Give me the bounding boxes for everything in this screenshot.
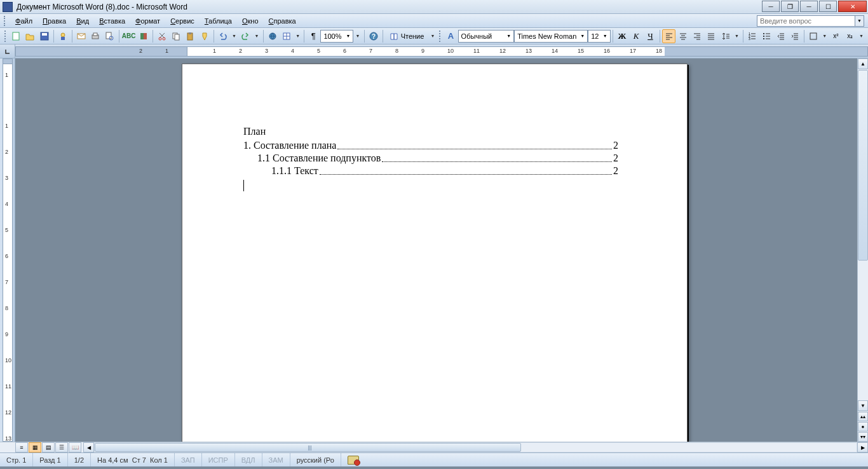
scroll-left-button[interactable]: ◀ xyxy=(83,442,94,452)
new-doc-button[interactable] xyxy=(10,29,22,43)
scroll-thumb[interactable] xyxy=(858,70,868,261)
show-formatting-button[interactable]: ¶ xyxy=(307,29,320,43)
align-right-button[interactable] xyxy=(691,29,703,43)
reading-mode-button[interactable]: Чтение xyxy=(385,29,429,43)
redo-dropdown[interactable]: ▼ xyxy=(253,29,260,43)
close-button[interactable]: ✕ xyxy=(838,1,867,12)
font-combo[interactable]: Times New Roman▼ xyxy=(514,30,588,43)
borders-dropdown[interactable]: ▼ xyxy=(821,29,828,43)
decrease-indent-button[interactable] xyxy=(774,29,787,43)
menu-insert[interactable]: Вставка xyxy=(94,16,130,26)
open-button[interactable] xyxy=(24,29,36,43)
toolbar-grip[interactable] xyxy=(4,31,7,42)
cut-button[interactable] xyxy=(156,29,168,43)
normal-view-button[interactable]: ≡ xyxy=(15,442,28,452)
menu-edit[interactable]: Правка xyxy=(37,16,71,26)
print-layout-button[interactable]: ▦ xyxy=(29,442,41,452)
status-trk[interactable]: ИСПР xyxy=(202,453,235,466)
subscript-button[interactable]: x₂ xyxy=(844,29,857,43)
tables-borders-button[interactable] xyxy=(280,29,293,43)
align-center-button[interactable] xyxy=(677,29,689,43)
email-button[interactable] xyxy=(75,29,88,43)
status-ext[interactable]: ВДЛ xyxy=(235,453,262,466)
status-spellcheck-icon[interactable] xyxy=(341,453,365,466)
status-position[interactable]: На 4,4 см Ст 7 Кол 1 xyxy=(91,453,175,466)
print-preview-button[interactable] xyxy=(103,29,116,43)
web-layout-button[interactable]: ▤ xyxy=(42,442,55,452)
toolbar-options[interactable]: ▼ xyxy=(429,29,436,43)
status-language[interactable]: русский (Ро xyxy=(290,453,341,466)
vertical-ruler[interactable]: 112345678910111213 xyxy=(0,58,15,442)
line-spacing-button[interactable] xyxy=(719,29,732,43)
page-content[interactable]: План 1. Составление плана 2 1.1 Составле… xyxy=(182,64,687,194)
menu-table[interactable]: Таблица xyxy=(200,16,237,26)
outline-view-button[interactable]: ☰ xyxy=(55,442,68,452)
prev-page-button[interactable]: ▴▴ xyxy=(858,412,868,421)
line-spacing-dropdown[interactable]: ▼ xyxy=(733,29,740,43)
format-painter-button[interactable] xyxy=(198,29,211,43)
menu-format[interactable]: Формат xyxy=(130,16,165,26)
horizontal-scrollbar[interactable]: ◀ ▶ xyxy=(83,442,868,452)
research-button[interactable] xyxy=(137,29,150,43)
scroll-right-button[interactable]: ▶ xyxy=(857,442,868,452)
copy-button[interactable] xyxy=(170,29,182,43)
menu-file[interactable]: Файл xyxy=(10,16,37,26)
print-button[interactable] xyxy=(89,29,102,43)
vertical-scrollbar[interactable]: ▲ ▼ ▴▴ ● ▾▾ xyxy=(857,58,868,442)
status-rec[interactable]: ЗАП xyxy=(175,453,202,466)
restore-button[interactable]: ❐ xyxy=(781,1,799,12)
maximize-button[interactable]: ☐ xyxy=(819,1,837,12)
bold-button[interactable]: Ж xyxy=(616,29,628,43)
status-section[interactable]: Разд 1 xyxy=(33,453,67,466)
reading-view-button[interactable]: 📖 xyxy=(69,442,81,452)
minimize2-button[interactable]: ─ xyxy=(800,1,818,12)
redo-button[interactable] xyxy=(239,29,252,43)
italic-button[interactable]: К xyxy=(630,29,642,43)
hyperlink-button[interactable] xyxy=(266,29,278,43)
next-page-button[interactable]: ▾▾ xyxy=(858,432,868,442)
zoom-dropdown[interactable]: ▼ xyxy=(354,29,361,43)
styles-pane-button[interactable]: A xyxy=(444,29,457,43)
status-page[interactable]: Стр. 1 xyxy=(0,453,33,466)
help-button[interactable]: ? xyxy=(367,29,379,43)
toolbar2-options[interactable]: ▼ xyxy=(858,29,865,43)
hscroll-thumb[interactable] xyxy=(95,443,521,452)
scroll-down-button[interactable]: ▼ xyxy=(858,400,868,411)
help-search-input[interactable] xyxy=(757,15,855,27)
tab-selector[interactable] xyxy=(0,44,15,58)
toolbar-grip[interactable] xyxy=(4,16,6,26)
superscript-button[interactable]: x² xyxy=(829,29,842,43)
align-left-button[interactable] xyxy=(662,29,675,43)
horizontal-ruler[interactable]: 21123456789101112131415161718 xyxy=(0,44,868,58)
zoom-combo[interactable]: 100%▼ xyxy=(320,30,353,43)
save-button[interactable] xyxy=(37,29,50,43)
underline-button[interactable]: Ч xyxy=(644,29,656,43)
undo-button[interactable] xyxy=(217,29,229,43)
permission-button[interactable] xyxy=(57,29,69,43)
svg-rect-0 xyxy=(13,32,19,40)
bullet-list-button[interactable] xyxy=(760,29,773,43)
style-combo[interactable]: Обычный▼ xyxy=(458,30,515,43)
menu-tools[interactable]: Сервис xyxy=(165,16,200,26)
numbered-list-button[interactable]: 123 xyxy=(746,29,759,43)
menu-window[interactable]: Окно xyxy=(237,16,264,26)
document-area[interactable]: План 1. Составление плана 2 1.1 Составле… xyxy=(15,58,868,442)
svg-rect-11 xyxy=(144,33,147,39)
menu-help[interactable]: Справка xyxy=(264,16,301,26)
menu-view[interactable]: Вид xyxy=(71,16,94,26)
toolbar-grip[interactable] xyxy=(439,31,442,42)
spellcheck-button[interactable]: ABC xyxy=(122,29,136,43)
align-justify-button[interactable] xyxy=(705,29,717,43)
help-search-dropdown[interactable]: ▼ xyxy=(855,15,864,27)
browse-object-button[interactable]: ● xyxy=(858,422,868,432)
status-ovr[interactable]: ЗАМ xyxy=(262,453,290,466)
status-pages[interactable]: 1/2 xyxy=(68,453,91,466)
paste-button[interactable] xyxy=(184,29,196,43)
borders-button[interactable] xyxy=(807,29,820,43)
minimize-button[interactable]: ─ xyxy=(762,1,780,12)
increase-indent-button[interactable] xyxy=(789,29,801,43)
tables-dropdown[interactable]: ▼ xyxy=(294,29,301,43)
undo-dropdown[interactable]: ▼ xyxy=(231,29,238,43)
scroll-up-button[interactable]: ▲ xyxy=(858,58,868,69)
size-combo[interactable]: 12▼ xyxy=(588,30,611,43)
